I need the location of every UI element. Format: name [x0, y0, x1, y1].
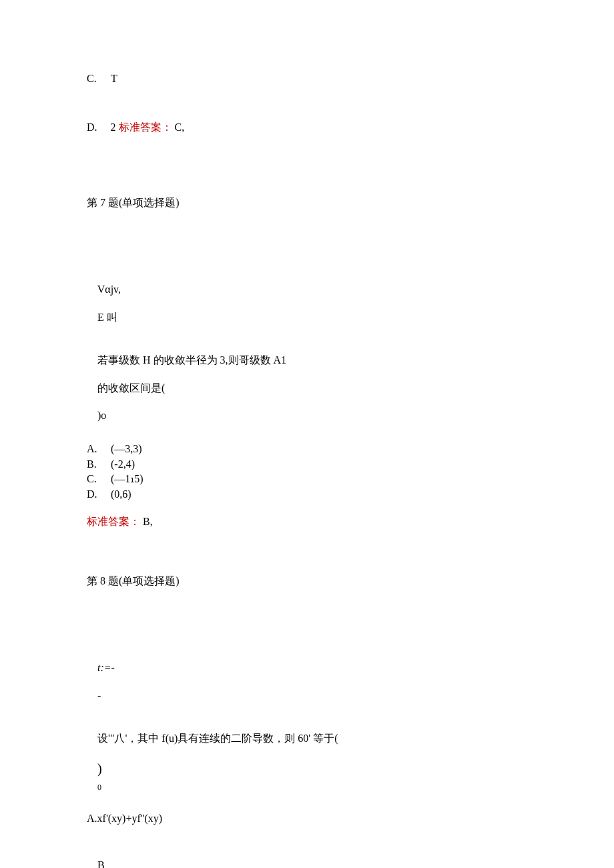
q7-header: 第 7 题(单项选择题): [87, 196, 527, 210]
q7-stem-a: 若事级数 H 的收敛半径为 3,则哥级数 A1: [97, 354, 286, 366]
q7-stem-b: 的收敛区间是(: [97, 382, 165, 394]
q8-stem-c: 0: [97, 783, 101, 792]
answer-label: 标准答案：: [87, 516, 140, 527]
q8-header: 第 8 题(单项选择题): [87, 574, 527, 588]
option-letter: B: [97, 859, 105, 868]
q8-option-b: B 门 W): [87, 845, 527, 868]
option-letter: C.: [87, 72, 100, 86]
q8-fragment-row: t:=- -: [87, 634, 527, 717]
option-letter: D.: [87, 488, 100, 502]
answer-value: B,: [143, 516, 153, 527]
option-text: (—3,3): [111, 442, 142, 456]
option-text: (-2,4): [111, 458, 135, 472]
option-letter: D.: [87, 121, 97, 133]
q7-stem: 若事级数 H 的收敛半径为 3,则哥级数 A1 的收敛区间是( )o: [87, 340, 527, 437]
q7-option-a: A. (—3,3): [87, 442, 527, 456]
q7-option-b: B. (-2,4): [87, 458, 527, 472]
q6-option-d-row: D. 2 标准答案： C,: [87, 121, 527, 135]
q7-frag1: Vαjv,: [97, 284, 121, 295]
document-page: C. T D. 2 标准答案： C, 第 7 题(单项选择题) Vαjv, E …: [0, 0, 527, 868]
option-text: 2: [111, 121, 116, 133]
q6-option-c: C. T: [87, 72, 527, 86]
q7-fragment-row: Vαjv, E 叫: [87, 255, 527, 338]
q7-frag2: E 叫: [97, 312, 117, 323]
q7-option-d: D. (0,6): [87, 488, 527, 502]
option-text: (0,6): [111, 488, 131, 502]
q8-option-a: A.xf'(xy)+yf''(xy): [87, 812, 527, 826]
q7-option-c: C. (—1₁5): [87, 472, 527, 486]
q8-stem-b: ): [97, 761, 102, 776]
q8-frag2: -: [97, 690, 101, 701]
option-letter: B.: [87, 458, 100, 472]
answer-value: C,: [175, 121, 185, 133]
answer-label: 标准答案：: [119, 121, 172, 133]
option-letter: C.: [87, 472, 100, 486]
option-text: T: [111, 72, 117, 86]
q7-stem-c: )o: [97, 410, 106, 421]
q7-answer: 标准答案： B,: [87, 515, 527, 529]
q8-stem-a: 设'"八'，其中 f(u)具有连续的二阶导数，则 60' 等于(: [97, 733, 338, 744]
option-text: (—1₁5): [111, 472, 143, 486]
q8-stem: 设'"八'，其中 f(u)具有连续的二阶导数，则 60' 等于( ) 0: [87, 718, 527, 807]
q8-frag1: t:=-: [97, 662, 115, 673]
option-letter: A.: [87, 442, 100, 456]
